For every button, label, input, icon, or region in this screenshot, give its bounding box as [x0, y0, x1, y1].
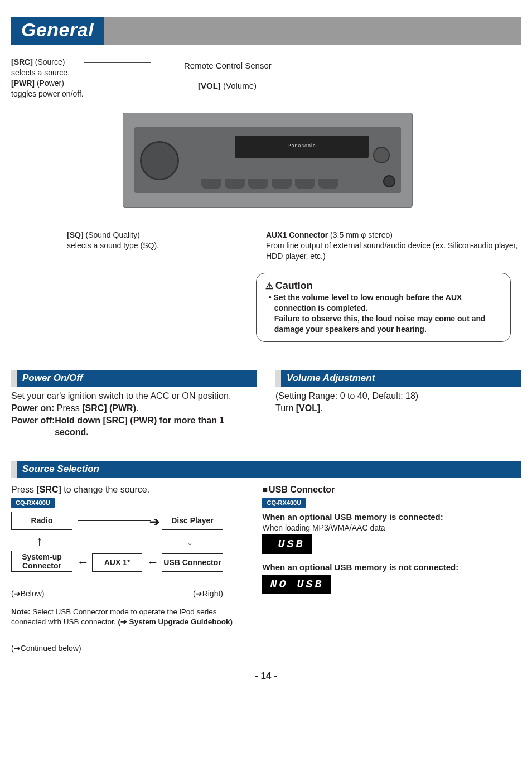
radio-preset-btn	[225, 179, 245, 189]
callout-sq-tag: [SQ]	[67, 230, 84, 239]
page-title-bar: General	[11, 17, 521, 45]
usb-notconnected-label: When an optional USB memory is not conne…	[262, 562, 458, 572]
flow-line	[78, 520, 151, 521]
power-section: Power On/Off Set your car's ignition swi…	[11, 370, 257, 438]
radio-illustration: Panasonic	[123, 113, 413, 208]
callout-pwr-desc2: toggles power on/off.	[11, 89, 84, 99]
callout-sq-desc2: selects a sound type (SQ).	[67, 240, 235, 251]
callout-aux-tag: AUX1 Connector	[266, 230, 328, 239]
callout-aux: AUX1 Connector (3.5 mm φ stereo) From li…	[266, 230, 521, 262]
radio-usb-port-icon	[373, 147, 390, 163]
caution-heading: ⚠Caution	[265, 279, 501, 292]
callout-vol: [VOL] (Volume)	[198, 80, 257, 91]
usb-head-text: USB Connector	[269, 485, 335, 494]
power-off-label: Power off:	[11, 414, 55, 438]
caution-head-text: Caution	[275, 280, 313, 291]
square-bullet-icon: ■	[262, 485, 268, 494]
arrow-left-icon: ←	[77, 554, 89, 571]
model-badge: CQ-RX400U	[11, 498, 55, 508]
usb-connected-label: When an optional USB memory is connected…	[262, 512, 443, 522]
source-note-body-b: (➔ System Upgrade Guidebook)	[118, 618, 233, 626]
power-body: Set your car's ignition switch to the AC…	[11, 390, 257, 438]
flow-below: (➔Below)	[11, 589, 44, 599]
lcd-usb: USB	[262, 534, 312, 554]
volume-range: (Setting Range: 0 to 40, Default: 18)	[275, 390, 521, 402]
source-press-a: Press	[11, 485, 36, 494]
caution-sub: Failure to observe this, the loud noise …	[265, 314, 501, 335]
caution-bullet: • Set the volume level to low enough bef…	[265, 292, 501, 314]
radio-preset-btn	[272, 179, 292, 189]
power-volume-row: Power On/Off Set your car's ignition swi…	[11, 370, 521, 438]
power-on-action-a: Press	[57, 403, 82, 413]
callout-pwr-tag: [PWR]	[11, 79, 35, 88]
flow-aux1: AUX 1*	[92, 553, 142, 572]
callout-aux-desc2: From line output of external sound/audio…	[266, 240, 521, 262]
callout-src-desc2: selects a source.	[11, 67, 84, 78]
leader-line	[84, 62, 151, 63]
power-off-action: Hold down [SRC] (PWR) for more than 1 se…	[55, 414, 257, 438]
radio-screen: Panasonic	[235, 136, 369, 158]
radio-aux-jack-icon	[383, 175, 395, 187]
callout-sq: [SQ] (Sound Quality) selects a sound typ…	[11, 230, 235, 262]
radio-preset-btn	[295, 179, 315, 189]
volume-turn-b: [VOL]	[296, 403, 321, 413]
flow-radio: Radio	[11, 512, 72, 530]
source-head: Source Selection	[11, 461, 521, 478]
radio-preset-btn	[248, 179, 268, 189]
radio-preset-buttons	[201, 179, 338, 189]
radio-face: Panasonic	[134, 127, 401, 193]
flow-sysup: System-up Connector	[11, 551, 72, 572]
volume-turn-a: Turn	[275, 403, 296, 413]
power-head: Power On/Off	[11, 370, 257, 387]
model-badge: CQ-RX400U	[262, 498, 306, 508]
callout-vol-desc1: (Volume)	[221, 81, 257, 90]
callout-aux-desc1: (3.5 mm φ stereo)	[328, 230, 393, 239]
source-note-label: Note:	[11, 607, 32, 616]
page-title: General	[11, 17, 104, 45]
volume-body: (Setting Range: 0 to 40, Default: 18) Tu…	[275, 390, 521, 414]
usb-connected-sub: When loading MP3/WMA/AAC data	[262, 523, 517, 533]
power-on-action-b: [SRC] (PWR)	[82, 403, 136, 413]
volume-section: Volume Adjustment (Setting Range: 0 to 4…	[275, 370, 521, 438]
arrow-left-icon: ←	[147, 554, 159, 571]
callout-pwr-desc1: (Power)	[35, 79, 64, 88]
callout-remote: Remote Control Sensor	[184, 60, 272, 71]
continued-below: (➔Continued below)	[11, 643, 245, 654]
callout-src-pwr: [SRC] (Source) selects a source. [PWR] (…	[11, 57, 84, 99]
power-on-label: Power on:	[11, 403, 57, 413]
arrow-up-icon: ↑	[36, 533, 42, 549]
power-on-action-c: .	[136, 403, 138, 413]
arrow-right-icon: ➔	[149, 514, 159, 531]
usb-heading: ■USB Connector	[262, 484, 517, 496]
power-line1: Set your car's ignition switch to the AC…	[11, 390, 257, 402]
source-row: Press [SRC] to change the source. CQ-RX4…	[11, 484, 521, 654]
page-number: - 14 -	[11, 670, 521, 683]
lcd-no-usb: NO USB	[262, 575, 331, 594]
caution-box: ⚠Caution • Set the volume level to low e…	[256, 273, 511, 342]
diagram-area: [SRC] (Source) selects a source. [PWR] (…	[11, 57, 521, 224]
source-flow: Radio ➔ Disc Player ↑ ↓ System-up Connec…	[11, 512, 223, 584]
volume-head: Volume Adjustment	[275, 370, 521, 387]
flow-disc: Disc Player	[162, 512, 223, 530]
callout-vol-tag: [VOL]	[198, 81, 221, 90]
radio-preset-btn	[318, 179, 338, 189]
source-note: Note: Select USB Connector mode to opera…	[11, 607, 234, 627]
source-right: ■USB Connector CQ-RX400U When an optiona…	[262, 484, 517, 654]
radio-preset-btn	[201, 179, 221, 189]
radio-knob	[140, 141, 179, 180]
warning-icon: ⚠	[265, 281, 273, 291]
arrow-down-icon: ↓	[187, 533, 193, 549]
source-left: Press [SRC] to change the source. CQ-RX4…	[11, 484, 245, 654]
flow-notes: (➔Below) (➔Right)	[11, 589, 223, 599]
source-press-c: to change the source.	[61, 485, 149, 494]
source-press-b: [SRC]	[36, 485, 61, 494]
callout-src-tag: [SRC]	[11, 57, 33, 66]
volume-turn-c: .	[320, 403, 322, 413]
callout-src-desc1: (Source)	[33, 57, 65, 66]
lower-callouts: [SQ] (Sound Quality) selects a sound typ…	[11, 230, 521, 262]
flow-usb: USB Connector	[162, 553, 223, 572]
callout-sq-desc1: (Sound Quality)	[84, 230, 140, 239]
flow-right: (➔Right)	[193, 589, 223, 599]
